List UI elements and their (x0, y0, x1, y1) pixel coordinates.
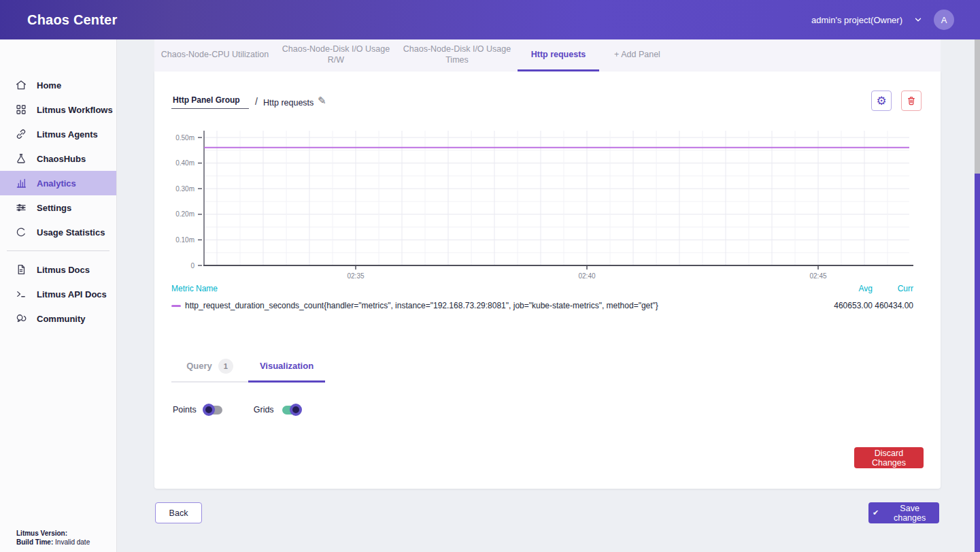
svg-text:0.50m: 0.50m (175, 134, 195, 142)
svg-text:02:45: 02:45 (809, 272, 826, 280)
sidebar-item-label: ChaosHubs (37, 154, 86, 164)
link-icon (15, 128, 27, 140)
document-icon (15, 263, 27, 276)
toggle-knob (203, 404, 215, 416)
sidebar-item-label: Usage Statistics (37, 227, 105, 238)
build-time-label: Build Time: (16, 538, 53, 546)
panel-tab-chaos-node-cpu-utilization[interactable]: Chaos-Node-CPU Utilization (154, 39, 275, 71)
version-info: Litmus Version: Build Time: Invalid date (16, 529, 90, 547)
panel-tab-chaos-node-disk-i-o-usage-times[interactable]: Chaos-Node-Disk I/O Usage Times (396, 39, 518, 71)
panel-editor-card: / Http requests ✎ ⚙ 0.50m0.40m0.30m0.20m… (154, 71, 941, 489)
grids-toggle[interactable] (282, 406, 300, 415)
sidebar-docs-nav: Litmus DocsLitmus API DocsCommunity (0, 257, 116, 331)
panel-tab-add-panel[interactable]: + Add Panel (599, 39, 675, 71)
points-toggle[interactable] (205, 406, 222, 415)
sidebar-item-litmus-agents[interactable]: Litmus Agents (0, 122, 116, 146)
sidebar-nav: HomeLitmus WorkflowsLitmus AgentsChaosHu… (0, 39, 116, 244)
flask-icon (15, 152, 27, 165)
save-changes-button[interactable]: ✔ Save changes (868, 502, 939, 523)
sidebar-item-chaoshubs[interactable]: ChaosHubs (0, 146, 116, 171)
chaos-center-app: Chaos Center admin's project(Owner) A Ho… (0, 0, 980, 552)
scrollbar-thumb[interactable] (975, 174, 980, 552)
sidebar-item-label: Settings (37, 203, 71, 213)
edit-pencil-icon[interactable]: ✎ (318, 95, 326, 107)
metrics-chart: 0.50m0.40m0.30m0.20m0.10m002:3502:4002:4… (170, 129, 915, 282)
panel-delete-button[interactable] (901, 91, 922, 111)
panel-name: Http requests (263, 98, 314, 108)
toggle-knob (290, 404, 302, 416)
sidebar-item-label: Litmus Agents (37, 129, 98, 140)
sidebar-item-settings[interactable]: Settings (0, 195, 116, 220)
sidebar-item-label: Analytics (37, 178, 76, 189)
toggle-label: Grids (254, 405, 274, 415)
sidebar-item-label: Home (37, 80, 61, 91)
sidebar-item-analytics[interactable]: Analytics (0, 171, 116, 195)
sidebar-item-label: Litmus API Docs (37, 289, 107, 299)
sidebar-item-home[interactable]: Home (0, 73, 116, 97)
analytics-icon (15, 177, 27, 189)
toggle-group-grids: Grids (254, 405, 300, 415)
tab-visualization[interactable]: Visualization (248, 351, 325, 383)
tab-query-label: Query (186, 361, 212, 371)
editor-tabs: Query 1 Visualization (171, 351, 325, 383)
svg-text:0.40m: 0.40m (175, 159, 195, 167)
toggle-label: Points (173, 405, 197, 415)
sidebar-item-label: Litmus Workflows (37, 105, 113, 115)
tab-query[interactable]: Query 1 (171, 351, 248, 383)
sidebar-divider (7, 250, 109, 251)
legend-curr-value: 460434.00 (873, 301, 913, 310)
home-icon (15, 79, 27, 91)
tab-visualization-label: Visualization (260, 361, 314, 371)
chat-icon (15, 312, 27, 325)
panel-tab-chaos-node-disk-i-o-usage-r-w[interactable]: Chaos-Node-Disk I/O Usage R/W (275, 39, 396, 71)
panel-settings-button[interactable]: ⚙ (871, 91, 892, 111)
sidebar-item-usage-statistics[interactable]: Usage Statistics (0, 220, 116, 244)
svg-text:0: 0 (190, 262, 195, 270)
panel-group-name-input[interactable] (171, 95, 249, 109)
sidebar-item-litmus-workflows[interactable]: Litmus Workflows (0, 97, 116, 122)
avatar[interactable]: A (934, 10, 954, 30)
back-button[interactable]: Back (155, 502, 202, 523)
sidebar-item-label: Community (37, 314, 86, 324)
legend-metric-name: http_request_duration_seconds_count{hand… (185, 301, 811, 310)
scrollbar-thumb-top[interactable] (975, 39, 980, 174)
workflows-icon (15, 103, 27, 116)
sidebar-item-litmus-docs[interactable]: Litmus Docs (0, 257, 116, 282)
svg-text:0.10m: 0.10m (175, 236, 195, 244)
toggle-group-points: Points (173, 405, 222, 415)
sidebar-item-litmus-api-docs[interactable]: Litmus API Docs (0, 282, 116, 306)
svg-text:02:35: 02:35 (347, 272, 364, 280)
legend-metric-name-header: Metric Name (171, 284, 218, 293)
legend-series-color-swatch (171, 305, 181, 307)
svg-text:0.30m: 0.30m (175, 185, 195, 193)
discard-changes-button[interactable]: Discard Changes (854, 447, 924, 468)
legend-curr-header: Curr (879, 284, 913, 293)
litmus-version-label: Litmus Version: (16, 530, 67, 537)
svg-text:0.20m: 0.20m (175, 210, 195, 218)
chart-svg: 0.50m0.40m0.30m0.20m0.10m002:3502:4002:4… (170, 129, 915, 282)
breadcrumb-separator: / (255, 96, 258, 107)
legend-avg-value: 460653.00 (818, 301, 873, 310)
visualization-toggles: PointsGrids (173, 405, 300, 415)
sliders-icon (15, 201, 27, 214)
legend-avg-header: Avg (818, 284, 873, 293)
panel-tab-http-requests[interactable]: Http requests (518, 39, 599, 71)
terminal-icon (15, 288, 27, 300)
svg-text:02:40: 02:40 (578, 272, 595, 280)
app-title: Chaos Center (27, 12, 117, 28)
panel-tab-bar: Chaos-Node-CPU UtilizationChaos-Node-Dis… (154, 39, 941, 72)
build-time-value: Invalid date (53, 538, 90, 546)
save-changes-label: Save changes (884, 504, 935, 523)
project-switcher[interactable]: admin's project(Owner) (811, 15, 902, 25)
query-count-badge: 1 (218, 359, 233, 374)
circle-icon (15, 226, 27, 238)
sidebar-item-community[interactable]: Community (0, 306, 116, 331)
app-header: Chaos Center admin's project(Owner) A (0, 0, 980, 39)
sidebar-item-label: Litmus Docs (37, 265, 90, 275)
trash-icon (906, 95, 917, 106)
gear-icon: ⚙ (876, 94, 886, 108)
sidebar: HomeLitmus WorkflowsLitmus AgentsChaosHu… (0, 39, 117, 552)
chevron-down-icon[interactable] (913, 15, 923, 25)
check-icon: ✔ (873, 508, 879, 517)
